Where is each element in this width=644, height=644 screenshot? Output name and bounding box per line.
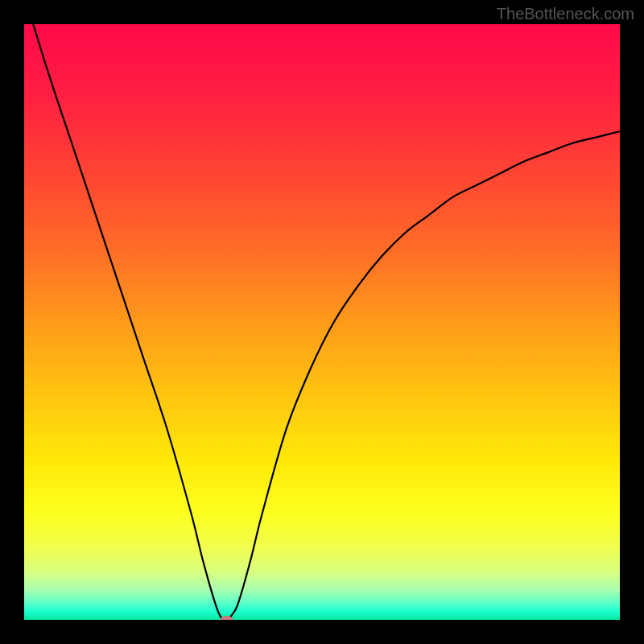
curve-layer	[24, 24, 620, 620]
chart-plot-area	[24, 24, 620, 620]
bottleneck-curve	[24, 24, 620, 620]
watermark-text: TheBottleneck.com	[497, 5, 634, 23]
